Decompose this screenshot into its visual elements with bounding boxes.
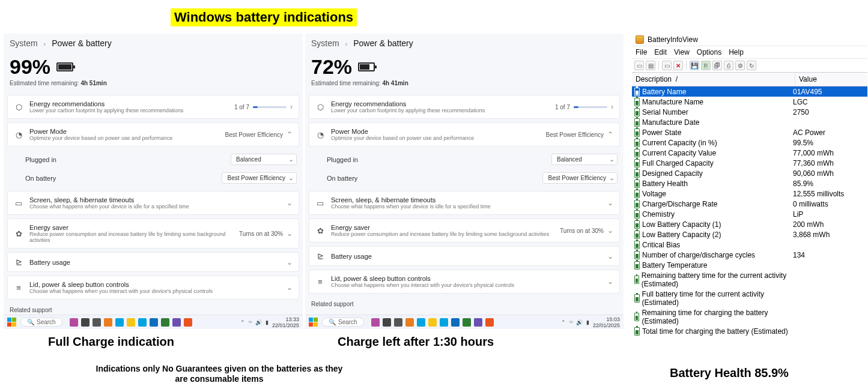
search-box[interactable]: 🔍Search [322, 318, 364, 327]
battery-tray-icon[interactable]: ▮ [586, 319, 589, 325]
energy-saver-card[interactable]: ✿ Energy saverReduce power consumption a… [309, 219, 620, 243]
power-mode-card[interactable]: ◔ Power ModeOptimize your device based o… [309, 122, 620, 146]
chevron-up-icon[interactable]: ⌃ [240, 319, 245, 325]
table-row[interactable]: Battery Health85.9% [632, 178, 867, 188]
system-tray[interactable]: ⌃ ⌔ 🔊 ▮ 15:0322/01/2025 [561, 316, 620, 328]
table-row[interactable]: Remaining time for charging the battery … [632, 307, 867, 326]
taskbar-app-icon[interactable] [474, 318, 482, 327]
volume-icon[interactable]: 🔊 [255, 319, 262, 325]
power-mode-card[interactable]: ◔ Power ModeOptimize your device based o… [7, 122, 299, 146]
battery-usage-card[interactable]: ⊵ Battery usage ⌄ [7, 252, 299, 272]
table-row[interactable]: Battery Name01AV495 [632, 86, 867, 97]
wifi-icon[interactable]: ⌔ [569, 319, 572, 325]
column-description[interactable]: Description [636, 75, 672, 83]
table-row[interactable]: Low Battery Capacity (1)200 mWh [632, 219, 867, 229]
taskbar-app-icon[interactable] [161, 318, 169, 327]
energy-recommendations-card[interactable]: ⬡ Energy recommendationsLower your carbo… [309, 95, 620, 119]
tool-button[interactable]: ⎘ [701, 61, 711, 70]
taskbar-app-icon[interactable] [428, 318, 437, 327]
taskbar-app-icon[interactable] [184, 318, 192, 327]
start-button[interactable] [309, 318, 318, 327]
related-support[interactable]: Related support [4, 303, 303, 315]
energy-saver-card[interactable]: ✿ Energy saverReduce power consumption a… [7, 219, 299, 249]
menu-edit[interactable]: Edit [654, 48, 667, 56]
table-row[interactable]: Serial Number2750 [632, 107, 867, 117]
wifi-icon[interactable]: ⌔ [249, 319, 252, 325]
breadcrumb[interactable]: System › Power & battery [4, 34, 303, 49]
taskbar-app-icon[interactable] [451, 318, 460, 327]
table-header[interactable]: Description / Value [632, 73, 867, 86]
taskbar-app-icon[interactable] [138, 318, 147, 327]
table-row[interactable]: ChemistryLiP [632, 209, 867, 219]
column-value[interactable]: Value [795, 73, 867, 86]
taskbar-app-icon[interactable] [81, 318, 90, 327]
plugged-in-dropdown[interactable]: Balanced [231, 154, 297, 165]
breadcrumb[interactable]: System › Power & battery [305, 34, 624, 49]
taskbar-app-icon[interactable] [383, 318, 391, 327]
lid-controls-card[interactable]: ≡ Lid, power & sleep button controlsChoo… [309, 270, 620, 294]
table-row[interactable]: Charge/Discharge Rate0 milliwatts [632, 199, 867, 209]
table-row[interactable]: Critical Bias [632, 240, 867, 250]
tool-button[interactable]: ⎙ [724, 61, 733, 70]
taskbar-app-icon[interactable] [440, 318, 448, 327]
on-battery-dropdown[interactable]: Best Power Efficiency [222, 172, 297, 184]
on-battery-dropdown[interactable]: Best Power Efficiency [542, 172, 618, 184]
menu-view[interactable]: View [674, 48, 690, 56]
table-row[interactable]: Battery Temperature [632, 260, 867, 270]
menu-file[interactable]: File [636, 48, 647, 56]
table-row[interactable]: Manufacture NameLGC [632, 97, 867, 107]
battery-tray-icon[interactable]: ▮ [266, 319, 269, 325]
system-tray[interactable]: ⌃ ⌔ 🔊 ▮ 13:3322/01/2025 [240, 316, 299, 328]
volume-icon[interactable]: 🔊 [576, 319, 583, 325]
taskbar-app-icon[interactable] [70, 318, 78, 327]
table-row[interactable]: Power StateAC Power [632, 127, 867, 137]
tool-button[interactable]: ✕ [673, 61, 683, 70]
table-row[interactable]: Manufacture Date [632, 117, 867, 127]
breadcrumb-root[interactable]: System [10, 38, 38, 48]
table-row[interactable]: Full Charged Capacity77,360 mWh [632, 158, 867, 168]
taskbar-app-icon[interactable] [405, 318, 414, 327]
table-row[interactable]: Current Capacity Value77,000 mWh [632, 148, 867, 158]
start-button[interactable] [7, 318, 17, 327]
tool-button[interactable]: 💾 [690, 61, 699, 70]
taskbar-app-icon[interactable] [463, 318, 471, 327]
sleep-timeouts-card[interactable]: ▭ Screen, sleep, & hibernate timeoutsCho… [309, 191, 620, 215]
menu-help[interactable]: Help [729, 48, 744, 56]
taskbar-app-icon[interactable] [485, 318, 494, 327]
battery-cell-icon [634, 294, 640, 303]
window-titlebar[interactable]: BatteryInfoView [632, 34, 867, 46]
table-row[interactable]: Total time for charging the battery (Est… [632, 326, 867, 336]
taskbar-app-icon[interactable] [371, 318, 380, 327]
table-row[interactable]: Designed Capacity90,060 mWh [632, 168, 867, 178]
tool-button[interactable]: 🗐 [712, 61, 722, 70]
taskbar-app-icon[interactable] [93, 318, 101, 327]
tool-button[interactable]: ↻ [747, 61, 756, 70]
battery-usage-card[interactable]: ⊵ Battery usage ⌄ [309, 246, 620, 266]
chevron-up-icon[interactable]: ⌃ [561, 319, 566, 325]
breadcrumb-root[interactable]: System [311, 38, 339, 48]
table-row[interactable]: Number of charge/discharge cycles134 [632, 250, 867, 260]
taskbar-app-icon[interactable] [150, 318, 158, 327]
table-row[interactable]: Full battery time for the current activi… [632, 289, 867, 307]
plugged-in-dropdown[interactable]: Balanced [551, 154, 618, 165]
taskbar-app-icon[interactable] [104, 318, 112, 327]
lid-controls-card[interactable]: ≡ Lid, power & sleep button controlsChoo… [7, 276, 299, 300]
table-row[interactable]: Current Capacity (in %)99.5% [632, 137, 867, 148]
search-box[interactable]: 🔍Search [20, 318, 62, 327]
energy-recommendations-card[interactable]: ⬡ Energy recommendationsLower your carbo… [7, 95, 299, 119]
table-row[interactable]: Low Battery Capacity (2)3,868 mWh [632, 229, 867, 240]
tool-button[interactable]: ▭ [634, 61, 644, 70]
tool-button[interactable]: ⚙ [735, 61, 745, 70]
taskbar-app-icon[interactable] [115, 318, 124, 327]
taskbar-app-icon[interactable] [127, 318, 135, 327]
table-row[interactable]: Voltage12,555 millivolts [632, 188, 867, 199]
related-support[interactable]: Related support [305, 297, 624, 309]
table-row[interactable]: Remaining battery time for the current a… [632, 270, 867, 289]
sleep-timeouts-card[interactable]: ▭ Screen, sleep, & hibernate timeoutsCho… [7, 191, 299, 215]
tool-button[interactable]: ▭ [662, 61, 672, 70]
menu-options[interactable]: Options [697, 48, 721, 56]
tool-button[interactable]: ▤ [646, 61, 655, 70]
taskbar-app-icon[interactable] [172, 318, 181, 327]
taskbar-app-icon[interactable] [394, 318, 402, 327]
taskbar-app-icon[interactable] [417, 318, 425, 327]
